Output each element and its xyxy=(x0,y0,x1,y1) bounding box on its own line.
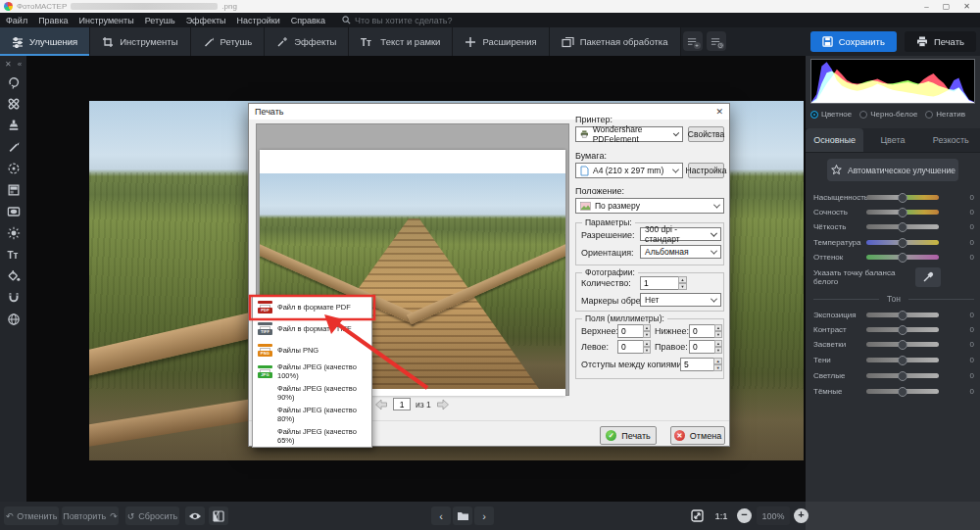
fit-screen-button[interactable] xyxy=(687,506,707,525)
spin-up-icon[interactable]: ▲ xyxy=(714,324,722,331)
tool-brush[interactable] xyxy=(3,136,24,158)
minimize-icon[interactable]: – xyxy=(924,0,928,13)
slider-knob[interactable] xyxy=(898,208,907,217)
reset-button[interactable]: ↺Сбросить xyxy=(125,506,179,525)
menu-retouch[interactable]: Ретушь xyxy=(145,16,175,25)
slider-knob[interactable] xyxy=(898,387,907,397)
position-select[interactable]: По размеру xyxy=(575,198,724,214)
radio-color[interactable]: Цветное xyxy=(810,110,852,119)
quantity-input[interactable] xyxy=(640,276,678,290)
slider-track[interactable] xyxy=(866,255,939,260)
tab-batch[interactable]: Пакетная обработка xyxy=(550,27,681,56)
auto-enhance-button[interactable]: Автоматическое улучшение xyxy=(827,159,958,181)
format-item-jpeg-80[interactable]: Файлы JPEG (качество 80%) xyxy=(253,404,371,425)
slider-knob[interactable] xyxy=(898,253,907,263)
prev-photo-button[interactable]: ‹ xyxy=(431,506,451,525)
format-item-jpeg-100[interactable]: JPG Файлы JPEG (качество 100%) xyxy=(253,361,371,382)
slider-knob[interactable] xyxy=(898,238,907,248)
slider-knob[interactable] xyxy=(898,371,907,381)
spin-up-icon[interactable]: ▲ xyxy=(643,324,651,331)
spin-up-icon[interactable]: ▲ xyxy=(713,358,722,364)
margin-top-input[interactable] xyxy=(617,324,643,338)
slider-track[interactable] xyxy=(866,313,939,317)
slider-track[interactable] xyxy=(866,210,939,215)
copies-spacing-input[interactable] xyxy=(680,358,713,371)
tool-clone-stamp[interactable] xyxy=(3,115,24,136)
menu-settings[interactable]: Настройки xyxy=(237,16,280,25)
tool-graduated-filter[interactable] xyxy=(3,179,24,201)
margin-right-input[interactable] xyxy=(689,340,714,354)
radio-bw[interactable]: Черно-белое xyxy=(859,110,917,119)
slider-track[interactable] xyxy=(866,327,939,332)
tool-crop-rotate[interactable] xyxy=(3,72,24,93)
slider-knob[interactable] xyxy=(898,340,907,350)
spin-up-icon[interactable]: ▲ xyxy=(714,340,722,347)
paper-setup-button[interactable]: Настройка xyxy=(688,163,724,178)
close-icon[interactable]: ✕ xyxy=(963,0,970,13)
tab-colors[interactable]: Цвета xyxy=(863,128,921,152)
spin-down-icon[interactable]: ▼ xyxy=(643,331,651,338)
slider-track[interactable] xyxy=(866,373,939,378)
tab-effects[interactable]: Эффекты xyxy=(265,27,349,56)
slider-track[interactable] xyxy=(866,195,939,200)
print-button-header[interactable]: Печать xyxy=(905,31,976,52)
copies-spacing-stepper[interactable]: ▲▼ xyxy=(680,358,722,371)
add-preset-button[interactable]: + xyxy=(683,31,703,51)
save-button[interactable]: Сохранить xyxy=(810,31,897,52)
margin-bottom-stepper[interactable]: ▲▼ xyxy=(689,324,722,338)
sidebar-close-icon[interactable]: ✕ xyxy=(5,60,12,69)
tab-retouch[interactable]: Ретушь xyxy=(191,27,266,56)
format-item-jpeg-65[interactable]: Файлы JPEG (качество 65%) xyxy=(253,425,371,447)
tab-extensions[interactable]: Расширения xyxy=(453,27,549,56)
preset-history-button[interactable]: ◷ xyxy=(707,31,726,51)
menu-help[interactable]: Справка xyxy=(291,16,325,25)
slider-knob[interactable] xyxy=(898,325,907,335)
tool-text[interactable]: Tт xyxy=(3,244,24,265)
cancel-button[interactable]: ✕ Отмена xyxy=(670,426,725,445)
printer-properties-button[interactable]: Свойства xyxy=(688,126,724,142)
spin-up-icon[interactable]: ▲ xyxy=(643,340,651,347)
tool-3d-sphere[interactable] xyxy=(3,309,24,330)
spin-down-icon[interactable]: ▼ xyxy=(678,283,687,290)
slider-knob[interactable] xyxy=(898,356,907,365)
print-confirm-button[interactable]: ✓ Печать xyxy=(600,426,657,445)
open-folder-button[interactable] xyxy=(453,506,472,525)
spin-down-icon[interactable]: ▼ xyxy=(714,331,722,338)
margin-top-stepper[interactable]: ▲▼ xyxy=(617,324,651,338)
spin-down-icon[interactable]: ▼ xyxy=(643,347,651,354)
slider-knob[interactable] xyxy=(898,311,907,320)
radio-negative[interactable]: Негатив xyxy=(925,110,965,119)
menu-effects[interactable]: Эффекты xyxy=(186,16,226,25)
tool-healing-patch[interactable] xyxy=(3,93,24,115)
resolution-select[interactable]: 300 dpi - стандарт xyxy=(640,227,721,241)
zoom-in-button[interactable]: + xyxy=(794,508,808,523)
slider-track[interactable] xyxy=(866,224,939,229)
format-item-png[interactable]: PNG Файлы PNG xyxy=(253,339,371,361)
orientation-select[interactable]: Альбомная xyxy=(640,245,721,259)
maximize-icon[interactable]: ▢ xyxy=(943,0,951,13)
slider-track[interactable] xyxy=(866,358,939,362)
crop-markers-select[interactable]: Нет xyxy=(640,293,721,307)
zoom-out-button[interactable]: − xyxy=(737,508,752,523)
eyedropper-button[interactable] xyxy=(915,267,941,287)
margin-left-input[interactable] xyxy=(617,340,643,354)
slider-knob[interactable] xyxy=(898,193,907,203)
menu-file[interactable]: Файл xyxy=(6,16,27,25)
quantity-stepper[interactable]: ▲▼ xyxy=(640,276,687,290)
spin-down-icon[interactable]: ▼ xyxy=(714,347,722,354)
page-next-icon[interactable] xyxy=(436,399,450,410)
tool-radial-filter[interactable] xyxy=(3,158,24,179)
dialog-close-icon[interactable]: ✕ xyxy=(715,107,723,117)
tool-vignette[interactable] xyxy=(3,201,24,222)
spin-up-icon[interactable]: ▲ xyxy=(678,276,687,283)
next-photo-button[interactable]: › xyxy=(474,506,494,525)
before-after-button[interactable] xyxy=(209,506,228,525)
printer-select[interactable]: Wondershare PDFelement xyxy=(575,126,683,142)
tab-text-frames[interactable]: Tт Текст и рамки xyxy=(349,27,453,56)
menu-edit[interactable]: Правка xyxy=(38,16,68,25)
format-item-pdf[interactable]: PDF Файл в формате PDF xyxy=(253,296,371,317)
sidebar-collapse-icon[interactable]: « xyxy=(18,60,22,69)
spin-down-icon[interactable]: ▼ xyxy=(713,364,722,371)
undo-button[interactable]: ↶Отменить xyxy=(4,506,59,525)
slider-track[interactable] xyxy=(866,240,939,245)
